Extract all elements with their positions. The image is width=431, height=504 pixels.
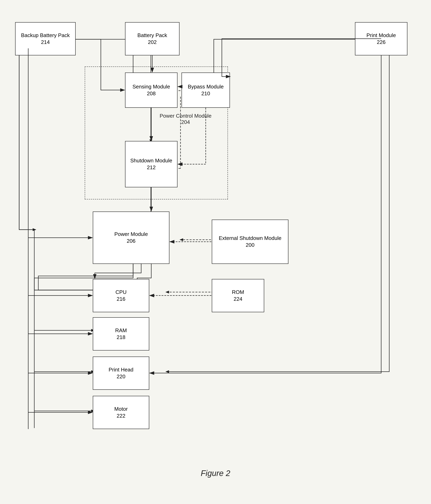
battery-pack-label: Battery Pack xyxy=(137,32,167,39)
battery-pack-box: Battery Pack 202 xyxy=(125,22,179,55)
bypass-module-number: 210 xyxy=(201,90,210,97)
print-head-box: Print Head 220 xyxy=(93,357,149,390)
shutdown-module-number: 212 xyxy=(147,164,156,171)
cpu-box: CPU 216 xyxy=(93,279,149,312)
external-shutdown-number: 200 xyxy=(246,242,254,249)
svg-marker-26 xyxy=(165,291,169,294)
print-module-label: Print Module xyxy=(366,32,396,39)
external-shutdown-box: External Shutdown Module 200 xyxy=(212,220,288,264)
ram-number: 218 xyxy=(117,334,125,341)
print-head-number: 220 xyxy=(117,373,125,380)
power-control-label: Power Control Module 204 xyxy=(153,113,218,125)
rom-label: ROM xyxy=(232,289,244,296)
rom-number: 224 xyxy=(234,296,242,303)
backup-battery-number: 214 xyxy=(41,39,50,46)
print-module-box: Print Module 226 xyxy=(355,22,407,55)
motor-box: Motor 222 xyxy=(93,396,149,429)
ram-box: RAM 218 xyxy=(93,317,149,351)
backup-battery-label: Backup Battery Pack xyxy=(21,32,70,39)
svg-marker-27 xyxy=(165,370,169,373)
external-shutdown-label: External Shutdown Module xyxy=(219,235,281,242)
power-module-label: Power Module xyxy=(114,231,148,238)
sensing-module-label: Sensing Module xyxy=(132,83,170,90)
bypass-module-box: Bypass Module 210 xyxy=(181,72,230,108)
power-module-box: Power Module 206 xyxy=(93,212,169,264)
print-module-number: 226 xyxy=(377,39,385,46)
rom-box: ROM 224 xyxy=(212,279,264,312)
shutdown-module-label: Shutdown Module xyxy=(130,157,172,164)
svg-marker-14 xyxy=(179,238,183,241)
motor-label: Motor xyxy=(114,406,128,413)
figure-label: Figure 2 xyxy=(0,469,431,478)
ram-label: RAM xyxy=(115,327,127,334)
power-module-number: 206 xyxy=(127,238,135,244)
sensing-module-box: Sensing Module 208 xyxy=(125,72,178,108)
cpu-label: CPU xyxy=(116,289,127,296)
backup-battery-box: Backup Battery Pack 214 xyxy=(15,22,76,55)
sensing-module-number: 208 xyxy=(147,90,156,97)
battery-pack-number: 202 xyxy=(148,39,157,46)
svg-marker-12 xyxy=(33,228,36,231)
cpu-number: 216 xyxy=(117,296,125,303)
motor-number: 222 xyxy=(117,413,125,419)
print-head-label: Print Head xyxy=(109,366,133,373)
bypass-module-label: Bypass Module xyxy=(188,83,224,90)
shutdown-module-box: Shutdown Module 212 xyxy=(125,141,178,187)
